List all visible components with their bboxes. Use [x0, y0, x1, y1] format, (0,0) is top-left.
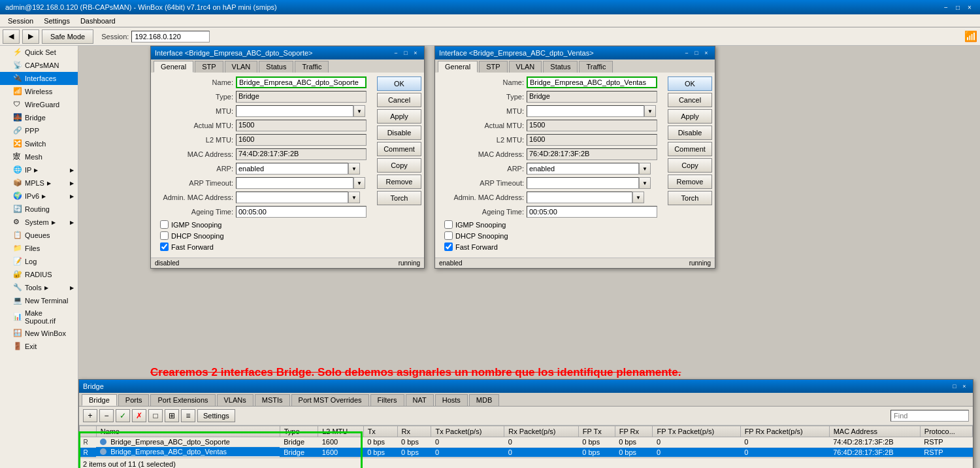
sidebar-item-routing[interactable]: 🔄 Routing: [0, 203, 78, 216]
arp-timeout-input[interactable]: [236, 177, 353, 189]
tab-port-mst-overrides[interactable]: Port MST Overrides: [291, 394, 369, 406]
col-fp-tx[interactable]: FP Tx: [578, 426, 615, 437]
table-row[interactable]: R Bridge_Empresa_ABC_dpto_Ventas Bridge …: [80, 447, 973, 457]
sidebar-item-queues[interactable]: 📋 Queues: [0, 229, 78, 242]
admin-mac-input-ventas[interactable]: [527, 192, 632, 203]
col-name[interactable]: Name: [96, 426, 280, 437]
menu-settings[interactable]: Settings: [39, 16, 75, 26]
arp-dropdown[interactable]: ▼: [348, 163, 360, 175]
tab-ports[interactable]: Ports: [118, 394, 150, 406]
tab-soporte-vlan[interactable]: VLAN: [225, 61, 258, 73]
cancel-button-ventas[interactable]: Cancel: [668, 93, 712, 107]
copy-toolbar-button[interactable]: □: [148, 409, 163, 422]
tab-ventas-vlan[interactable]: VLAN: [509, 61, 542, 73]
remove-button-ventas[interactable]: Remove: [668, 175, 712, 189]
dialog-ventas-close[interactable]: ×: [702, 48, 711, 58]
dialog-soporte-close[interactable]: ×: [411, 48, 420, 58]
col-mac[interactable]: MAC Address: [829, 426, 920, 437]
col-l2mtu[interactable]: L2 MTU: [318, 426, 363, 437]
admin-mac-dropdown-ventas[interactable]: ▼: [632, 192, 644, 203]
disable-button-ventas[interactable]: Disable: [668, 125, 712, 140]
sidebar-item-ip[interactable]: 🌐 IP ▶: [0, 163, 78, 176]
tab-hosts[interactable]: Hosts: [435, 394, 468, 406]
sidebar-item-switch[interactable]: 🔀 Switch: [0, 137, 78, 150]
tab-ventas-stp[interactable]: STP: [479, 61, 507, 73]
remove-button-soporte[interactable]: Remove: [377, 175, 421, 189]
find-input[interactable]: [890, 410, 969, 422]
arp-dropdown-ventas[interactable]: ▼: [639, 163, 651, 175]
tab-port-extensions[interactable]: Port Extensions: [150, 394, 215, 406]
sidebar-item-interfaces[interactable]: 🔌 Interfaces: [0, 72, 78, 85]
sidebar-item-make-supout[interactable]: 📊 Make Supout.rif: [0, 307, 78, 327]
tab-soporte-stp[interactable]: STP: [195, 61, 223, 73]
ageing-input[interactable]: [236, 206, 367, 218]
ok-button-soporte[interactable]: OK: [377, 76, 421, 91]
dialog-soporte-maximize[interactable]: □: [401, 48, 410, 58]
col-fp-rx-packet[interactable]: FP Rx Packet(p/s): [740, 426, 829, 437]
arp-input-ventas[interactable]: [527, 163, 639, 175]
dialog-ventas-minimize[interactable]: −: [682, 48, 691, 58]
disable-toolbar-button[interactable]: ✗: [132, 409, 146, 422]
sidebar-item-radius[interactable]: 🔐 RADIUS: [0, 268, 78, 281]
tab-nat[interactable]: NAT: [406, 394, 434, 406]
tab-ventas-traffic[interactable]: Traffic: [579, 61, 613, 73]
sidebar-item-system[interactable]: ⚙ System ▶: [0, 216, 78, 229]
menu-session[interactable]: Session: [3, 16, 39, 26]
add-button[interactable]: +: [83, 409, 97, 422]
sidebar-item-files[interactable]: 📁 Files: [0, 242, 78, 255]
sidebar-item-exit[interactable]: 🚪 Exit: [0, 340, 78, 353]
col-type[interactable]: Type: [280, 426, 318, 437]
sidebar-item-ipv6[interactable]: 🌍 IPv6 ▶: [0, 190, 78, 203]
forward-button[interactable]: ▶: [22, 29, 39, 44]
admin-mac-dropdown[interactable]: ▼: [348, 192, 360, 203]
name-input-soporte[interactable]: [236, 76, 367, 88]
sidebar-item-new-terminal[interactable]: 💻 New Terminal: [0, 294, 78, 307]
igmp-checkbox[interactable]: [160, 220, 169, 229]
sidebar-item-log[interactable]: 📝 Log: [0, 255, 78, 268]
comment-button-soporte[interactable]: Comment: [377, 142, 421, 156]
col-protocol[interactable]: Protoco...: [920, 426, 972, 437]
session-input[interactable]: [131, 31, 210, 42]
fast-forward-checkbox-ventas[interactable]: [444, 242, 453, 251]
copy-button-soporte[interactable]: Copy: [377, 158, 421, 173]
ok-button-ventas[interactable]: OK: [668, 76, 712, 91]
tab-mdb[interactable]: MDB: [469, 394, 499, 406]
tab-soporte-status[interactable]: Status: [259, 61, 293, 73]
comment-button-ventas[interactable]: Comment: [668, 142, 712, 156]
arp-timeout-dropdown-ventas[interactable]: ▼: [639, 177, 651, 189]
mtu-input[interactable]: [236, 105, 353, 117]
close-button[interactable]: ×: [964, 2, 975, 12]
maximize-button[interactable]: □: [953, 2, 963, 12]
arp-timeout-dropdown[interactable]: ▼: [353, 177, 365, 189]
col-tx[interactable]: Tx: [363, 426, 397, 437]
dialog-ventas-maximize[interactable]: □: [692, 48, 701, 58]
apply-button-soporte[interactable]: Apply: [377, 109, 421, 124]
sidebar-item-new-winbox[interactable]: 🪟 New WinBox: [0, 327, 78, 340]
mtu-dropdown-ventas[interactable]: ▼: [644, 105, 656, 117]
table-row[interactable]: R Bridge_Empresa_ABC_dpto_Soporte Bridge…: [80, 437, 973, 448]
ageing-input-ventas[interactable]: [527, 206, 657, 218]
menu-dashboard[interactable]: Dashboard: [75, 16, 121, 26]
enable-button[interactable]: ✓: [116, 409, 130, 422]
remove-toolbar-button[interactable]: −: [99, 409, 114, 422]
safe-mode-button[interactable]: Safe Mode: [42, 29, 93, 44]
sidebar-item-tools[interactable]: 🔧 Tools ▶: [0, 281, 78, 294]
fast-forward-checkbox[interactable]: [160, 242, 169, 251]
bridge-window-minimize[interactable]: □: [950, 382, 959, 391]
dhcp-checkbox-ventas[interactable]: [444, 231, 453, 240]
tab-ventas-status[interactable]: Status: [543, 61, 578, 73]
igmp-checkbox-ventas[interactable]: [444, 220, 453, 229]
bridge-window-close[interactable]: ×: [960, 382, 969, 391]
mtu-dropdown[interactable]: ▼: [353, 105, 365, 117]
minimize-button[interactable]: −: [941, 2, 951, 12]
apply-button-ventas[interactable]: Apply: [668, 109, 712, 124]
copy-button-ventas[interactable]: Copy: [668, 158, 712, 173]
dialog-soporte-minimize[interactable]: −: [391, 48, 400, 58]
arp-timeout-input-ventas[interactable]: [527, 177, 639, 189]
tab-bridge[interactable]: Bridge: [82, 394, 117, 406]
tab-filters[interactable]: Filters: [370, 394, 404, 406]
back-button[interactable]: ◀: [3, 29, 20, 44]
paste-button[interactable]: ⊞: [165, 409, 179, 422]
sidebar-item-mesh[interactable]: 🕸 Mesh: [0, 150, 78, 163]
arp-input[interactable]: [236, 163, 348, 175]
